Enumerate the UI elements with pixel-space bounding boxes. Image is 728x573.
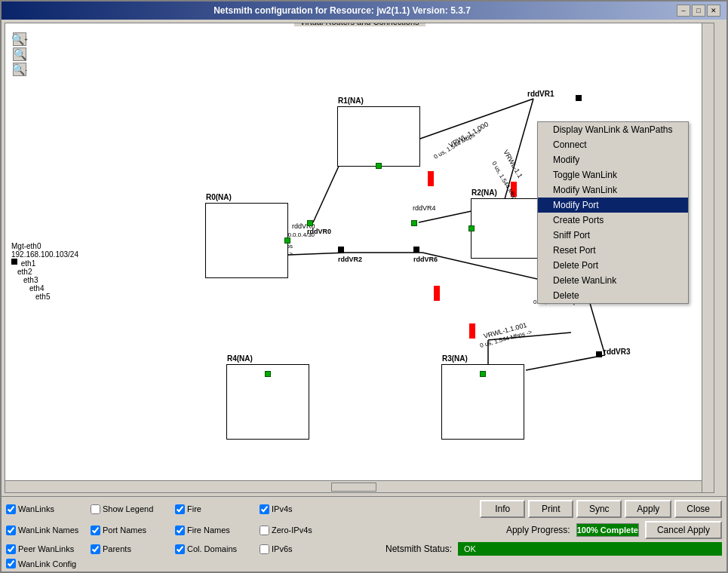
eth3: eth3 (23, 276, 78, 284)
checkbox-wanlinknames[interactable]: WanLink Names (6, 526, 81, 535)
checkbox-wanlinkconfig-label: WanLink Config (18, 559, 76, 568)
checkbox-firenames-input[interactable] (175, 526, 185, 535)
scroll-thumb-h[interactable] (331, 483, 376, 492)
checkbox-parents-input[interactable] (91, 544, 100, 554)
zoom-out-button[interactable]: 🔍- (13, 63, 26, 76)
sync-button[interactable]: Sync (576, 500, 622, 518)
context-menu-item-modify-port[interactable]: Modify Port (538, 198, 688, 213)
svg-line-10 (488, 332, 571, 340)
checkbox-parents-label: Parents (103, 544, 131, 553)
checkbox-showlegend[interactable]: Show Legend (91, 504, 166, 514)
svg-line-1 (503, 99, 533, 204)
checkbox-fire-input[interactable] (175, 504, 185, 514)
zoom-buttons: 🔍+ 🔍 🔍- (13, 32, 26, 76)
progress-bar-fill: 100% Complete (577, 524, 638, 536)
checkbox-wanlinks[interactable]: WanLinks (6, 504, 81, 514)
status-ok-text: OK (464, 544, 476, 553)
eth-list: eth2 eth3 eth4 eth5 (17, 268, 78, 301)
checkbox-wanlinkconfig[interactable]: WanLink Config (6, 559, 81, 568)
window-title: Netsmith configuration for Resource: jw2… (8, 5, 677, 16)
checkbox-peerwanlinks-input[interactable] (6, 544, 16, 554)
checkbox-ipv6s-input[interactable] (260, 544, 269, 554)
minimize-button[interactable]: – (677, 5, 690, 17)
checkbox-portnames-input[interactable] (91, 526, 100, 535)
checkbox-zeroipv4s-input[interactable] (260, 526, 269, 535)
checkbox-ipv6s[interactable]: IPv6s (260, 544, 335, 554)
checkbox-ipv4s-input[interactable] (260, 504, 269, 514)
info-button[interactable]: Info (480, 500, 525, 518)
bottom-toolbar: WanLinks Show Legend Fire IPv4s Info Pri… (2, 496, 726, 571)
context-menu-item-modify[interactable]: Modify (538, 152, 688, 167)
checkbox-firenames[interactable]: Fire Names (175, 526, 250, 535)
title-bar-buttons: – □ ✕ (677, 5, 720, 17)
vertical-scrollbar[interactable] (702, 23, 714, 492)
checkbox-ipv6s-label: IPv6s (272, 544, 293, 553)
print-button[interactable]: Print (528, 500, 573, 518)
mgt-label: Mgt-eth0 (11, 242, 78, 250)
context-menu-item-delete[interactable]: Delete (538, 288, 688, 303)
context-menu-item-create-ports[interactable]: Create Ports (538, 213, 688, 228)
node-dot-R1NA (376, 163, 382, 169)
checkbox-wanlinkconfig-input[interactable] (6, 559, 16, 568)
node-label-R1NA: R1(NA) (338, 97, 364, 105)
horizontal-scrollbar[interactable] (5, 480, 702, 492)
svg-rect-14 (469, 323, 475, 339)
cancel-apply-button[interactable]: Cancel Apply (645, 521, 722, 539)
checkbox-wanlinks-input[interactable] (6, 504, 16, 514)
eth1-label: eth1 (21, 259, 35, 268)
checkbox-peerwanlinks[interactable]: Peer WanLinks (6, 544, 81, 554)
context-menu-item-delete-port[interactable]: Delete Port (538, 258, 688, 273)
checkbox-portnames[interactable]: Port Names (91, 526, 166, 535)
checkbox-portnames-label: Port Names (103, 526, 146, 535)
context-menu-item-toggle-wanlink[interactable]: Toggle WanLink (538, 167, 688, 182)
progress-bar: 100% Complete (576, 523, 639, 537)
apply-button[interactable]: Apply (625, 500, 671, 518)
checkbox-zeroipv4s[interactable]: Zero-IPv4s (260, 526, 335, 535)
checkbox-parents[interactable]: Parents (91, 544, 166, 554)
canvas-legend: Virtual Routers and Connections (293, 23, 425, 26)
toolbar-row-1: WanLinks Show Legend Fire IPv4s Info Pri… (6, 500, 722, 518)
node-dot-rddVR0 (307, 220, 313, 226)
checkbox-fire[interactable]: Fire (175, 504, 250, 514)
toolbar-row-3: Peer WanLinks Parents Col. Domains IPv6s… (6, 542, 722, 556)
maximize-button[interactable]: □ (692, 5, 705, 17)
node-dot-rddVR2 (338, 247, 344, 253)
zoom-reset-button[interactable]: 🔍 (13, 47, 26, 61)
node-R4NA[interactable]: R4(NA) (226, 364, 309, 440)
node-dot-rddVR6 (413, 247, 419, 253)
close-button[interactable]: Close (674, 500, 722, 518)
checkbox-ipv4s[interactable]: IPv4s (260, 504, 335, 514)
context-menu-item-sniff-port[interactable]: Sniff Port (538, 228, 688, 243)
checkbox-wanlinks-label: WanLinks (18, 504, 54, 513)
node-R3NA[interactable]: R3(NA) (441, 364, 524, 440)
checkbox-coldomains[interactable]: Col. Domains (175, 544, 250, 554)
node-dot-R2NA (468, 225, 475, 231)
node-dot-rddVR3 (596, 351, 602, 357)
node-label-rddVR2-text: rddVR2 (338, 256, 362, 263)
checkbox-wanlinknames-input[interactable] (6, 526, 16, 535)
node-R2NA[interactable]: R2(NA) (471, 198, 546, 259)
context-menu-item-modify-wanlink[interactable]: Modify WanLink (538, 182, 688, 198)
context-menu-item-connect[interactable]: Connect (538, 137, 688, 152)
svg-rect-11 (428, 171, 434, 186)
node-dot-R0NA (284, 237, 290, 244)
canvas-border: Virtual Routers and Connections 🔍+ 🔍 🔍- (5, 23, 714, 493)
context-menu-item-delete-wanlink[interactable]: Delete WanLink (538, 273, 688, 288)
toolbar-row-4: WanLink Config (6, 559, 722, 568)
node-R0NA[interactable]: R0(NA) (205, 203, 288, 278)
zoom-in-button[interactable]: 🔍+ (13, 32, 26, 46)
checkbox-showlegend-label: Show Legend (103, 504, 153, 513)
context-menu-item-reset-port[interactable]: Reset Port (538, 243, 688, 258)
node-dot-rddVR4 (411, 220, 417, 226)
node-R1NA[interactable]: R1(NA) (337, 106, 420, 167)
checkbox-showlegend-input[interactable] (91, 504, 100, 514)
svg-rect-12 (511, 182, 517, 197)
netsmith-status-value: OK (458, 542, 722, 556)
close-button[interactable]: ✕ (707, 5, 720, 17)
checkbox-coldomains-input[interactable] (175, 544, 185, 554)
context-menu: Display WanLink & WanPaths Connect Modif… (537, 121, 689, 304)
eth-dot (11, 259, 17, 265)
checkbox-fire-label: Fire (187, 504, 201, 513)
context-menu-item-display[interactable]: Display WanLink & WanPaths (538, 122, 688, 137)
node-label-rddVR3-text: rddVR3 (604, 348, 631, 356)
